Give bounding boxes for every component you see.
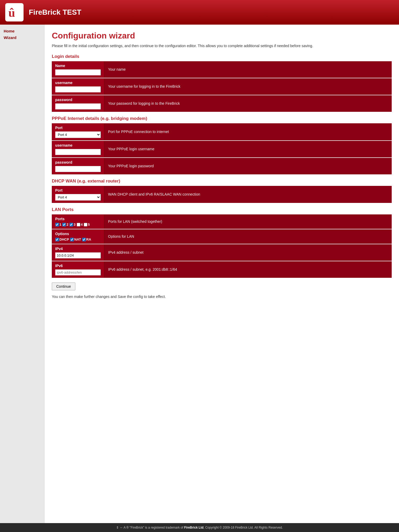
lan-port-4-label[interactable]: 4 [77, 223, 83, 226]
page-description: Please fill in the initial configuration… [52, 43, 392, 49]
label-pppoe-username: username [55, 143, 101, 147]
form-row-login-password: password Your password for logging in to… [52, 95, 392, 112]
form-row-login-username: username Your username for logging in to… [52, 78, 392, 95]
sidebar: Home Wizard [0, 25, 44, 523]
label-lan-options: Options [55, 232, 101, 236]
input-pppoe-username[interactable] [55, 149, 101, 155]
help-pppoe-username: Your PPPoE login username [104, 141, 392, 157]
help-pppoe-port: Port for PPPoE connection to internet [104, 123, 392, 140]
input-login-username[interactable] [55, 86, 101, 92]
lan-ports-checkboxes: 1 2 3 4 5 [55, 223, 101, 226]
help-lan-ports: Ports for LAN (switched together) [104, 214, 392, 229]
input-lan-ipv4[interactable] [55, 252, 101, 258]
form-row-dhcp-wan-port: Port Port 1 Port 2 Port 3 Port 4 Port 5 … [52, 186, 392, 203]
logo: û [5, 3, 24, 21]
label-lan-ipv6: IPv6 [55, 264, 101, 268]
lan-port-1-label[interactable]: 1 [55, 223, 61, 226]
label-pppoe-password: password [55, 160, 101, 164]
form-row-pppoe-port: Port Port 1 Port 2 Port 3 Port 4 Port 5 … [52, 123, 392, 140]
form-row-name: Name Your name [52, 61, 392, 78]
form-label-pppoe-port: Port Port 1 Port 2 Port 3 Port 4 Port 5 [52, 123, 104, 140]
label-login-username: username [55, 81, 101, 85]
section-title-login: Login details [52, 54, 392, 59]
lan-port-3-label[interactable]: 3 [69, 223, 75, 226]
label-dhcp-wan-port: Port [55, 188, 101, 192]
svg-text:û: û [8, 6, 15, 19]
header-title: FireBrick TEST [29, 8, 81, 16]
form-label-pppoe-password: password [52, 158, 104, 174]
lan-port-3-checkbox[interactable] [69, 223, 73, 226]
form-row-lan-options: Options DHCP NAT RA Options for LAN [52, 229, 392, 244]
sidebar-item-home[interactable]: Home [4, 29, 41, 33]
label-lan-ports: Ports [55, 217, 101, 221]
form-label-login-password: password [52, 95, 104, 112]
lan-port-2-checkbox[interactable] [62, 223, 66, 226]
input-login-password[interactable] [55, 103, 101, 109]
help-lan-ipv4: IPv4 address / subnet [104, 244, 392, 261]
help-pppoe-password: Your PPPoE login password [104, 158, 392, 174]
lan-port-1-checkbox[interactable] [55, 223, 59, 226]
lan-option-dhcp-label[interactable]: DHCP [55, 237, 69, 241]
form-row-pppoe-password: password Your PPPoE login password [52, 158, 392, 174]
lan-port-2-label[interactable]: 2 [62, 223, 68, 226]
help-dhcp-wan-port: WAN DHCP client and IPv6 RA/SLAAC WAN co… [104, 186, 392, 203]
lan-option-nat-checkbox[interactable] [70, 238, 74, 241]
help-lan-ipv6: IPv6 address / subnet, e.g. 2001:db8::1/… [104, 261, 392, 278]
lan-option-ra-label[interactable]: RA [82, 237, 91, 241]
label-pppoe-port: Port [55, 126, 101, 130]
input-name[interactable] [55, 69, 101, 75]
footer: ⇕ ↔ A ® "FireBrick" is a registered trad… [0, 523, 399, 532]
main-content: Configuration wizard Please fill in the … [44, 25, 399, 523]
select-dhcp-wan-port[interactable]: Port 1 Port 2 Port 3 Port 4 Port 5 [55, 194, 101, 201]
form-row-lan-ports: Ports 1 2 3 4 5 [52, 214, 392, 229]
help-name: Your name [104, 61, 392, 78]
lan-option-nat-label[interactable]: NAT [70, 237, 81, 241]
layout: Home Wizard Configuration wizard Please … [0, 25, 399, 523]
form-row-pppoe-username: username Your PPPoE login username [52, 141, 392, 157]
lan-option-dhcp-checkbox[interactable] [55, 238, 59, 241]
lan-option-ra-checkbox[interactable] [82, 238, 86, 241]
form-label-lan-options: Options DHCP NAT RA [52, 229, 104, 244]
header: û FireBrick TEST [0, 0, 399, 25]
lan-options-checkboxes: DHCP NAT RA [55, 237, 101, 241]
form-label-lan-ports: Ports 1 2 3 4 5 [52, 214, 104, 229]
help-lan-options: Options for LAN [104, 229, 392, 244]
label-lan-ipv4: IPv4 [55, 247, 101, 251]
form-label-login-username: username [52, 78, 104, 95]
input-lan-ipv6[interactable] [55, 269, 101, 275]
lan-port-5-checkbox[interactable] [84, 223, 87, 226]
input-pppoe-password[interactable] [55, 166, 101, 172]
form-label-dhcp-wan-port: Port Port 1 Port 2 Port 3 Port 4 Port 5 [52, 186, 104, 203]
section-title-dhcp-wan: DHCP WAN (e.g. external router) [52, 179, 392, 184]
continue-button[interactable]: Continue [52, 282, 75, 290]
section-title-lan: LAN Ports [52, 207, 392, 212]
form-row-lan-ipv4: IPv4 IPv4 address / subnet [52, 244, 392, 261]
sidebar-item-wizard[interactable]: Wizard [4, 35, 41, 40]
form-row-lan-ipv6: IPv6 IPv6 address / subnet, e.g. 2001:db… [52, 261, 392, 278]
lan-port-4-checkbox[interactable] [77, 223, 80, 226]
form-label-lan-ipv4: IPv4 [52, 244, 104, 261]
page-title: Configuration wizard [52, 31, 392, 41]
help-login-username: Your username for logging in to the Fire… [104, 78, 392, 95]
form-label-lan-ipv6: IPv6 [52, 261, 104, 278]
label-name: Name [55, 64, 101, 68]
form-label-name: Name [52, 61, 104, 78]
form-label-pppoe-username: username [52, 141, 104, 157]
footer-brand: FireBrick Ltd [184, 526, 204, 529]
help-login-password: Your password for logging in to the Fire… [104, 95, 392, 112]
label-login-password: password [55, 98, 101, 102]
lan-port-5-label[interactable]: 5 [84, 223, 90, 226]
footer-note: You can then make further changes and Sa… [52, 295, 392, 299]
footer-text: ⇕ ↔ A ® "FireBrick" is a registered trad… [116, 526, 283, 529]
select-pppoe-port[interactable]: Port 1 Port 2 Port 3 Port 4 Port 5 [55, 131, 101, 138]
section-title-pppoe: PPPoE Internet details (e.g. bridging mo… [52, 116, 392, 121]
